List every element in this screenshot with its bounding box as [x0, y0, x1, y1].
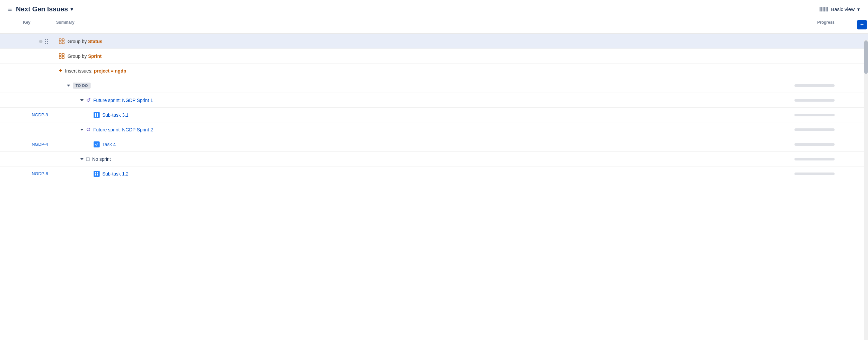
progress-bar	[795, 128, 835, 131]
issue-key-ngdp4[interactable]: NGDP-4	[32, 142, 48, 147]
sprint-icon: ↺	[86, 97, 91, 103]
key-cell	[0, 39, 54, 44]
table-row: NGDP-4 Task 4	[0, 137, 868, 152]
summary-cell: ↺ Future sprint: NGDP Sprint 2	[54, 124, 788, 135]
table-row: Group by Sprint	[0, 49, 868, 64]
progress-cell	[788, 143, 855, 146]
svg-rect-4	[59, 54, 61, 56]
app-container: ≡ Next Gen Issues ▾ ⦀⦀⦀ Basic view ▾ Key…	[0, 0, 868, 181]
issue-summary-ngdp8[interactable]: Sub-task 1.2	[102, 171, 129, 177]
key-cell: NGDP-4	[0, 142, 54, 147]
status-badge: TO DO	[73, 83, 91, 89]
summary-cell: Sub-task 3.1	[54, 109, 788, 121]
summary-cell: □ No sprint	[54, 153, 788, 165]
svg-rect-13	[97, 172, 98, 174]
title-chevron-icon[interactable]: ▾	[70, 6, 73, 12]
list-icon: ≡	[8, 5, 12, 13]
svg-rect-9	[97, 113, 98, 115]
issue-summary-ngdp4[interactable]: Task 4	[102, 142, 116, 147]
header-left: ≡ Next Gen Issues ▾	[8, 5, 73, 13]
table-row: Group by Status	[0, 34, 868, 49]
table-row: ↺ Future sprint: NGDP Sprint 2	[0, 122, 868, 137]
issue-summary-ngdp9[interactable]: Sub-task 3.1	[102, 112, 129, 118]
insert-issues-label[interactable]: Insert issues: project = ngdp	[65, 68, 126, 73]
group-by-icon	[59, 53, 65, 59]
summary-cell: + Insert issues: project = ngdp	[54, 64, 788, 77]
summary-cell: ↺ Future sprint: NGDP Sprint 1	[54, 94, 788, 106]
table-row: ↺ Future sprint: NGDP Sprint 1	[0, 93, 868, 107]
summary-cell: TO DO	[54, 80, 788, 91]
svg-rect-8	[95, 113, 96, 115]
view-icon: ⦀⦀⦀	[819, 5, 828, 13]
progress-cell	[788, 84, 855, 87]
summary-cell: Sub-task 1.2	[54, 168, 788, 180]
progress-cell	[788, 158, 855, 160]
column-header-progress: Progress	[788, 19, 855, 31]
table-row: □ No sprint	[0, 152, 868, 166]
progress-cell	[788, 128, 855, 131]
svg-rect-15	[97, 174, 98, 176]
sprint2-label[interactable]: Future sprint: NGDP Sprint 2	[93, 127, 153, 132]
svg-rect-1	[62, 39, 64, 41]
issue-key-ngdp9[interactable]: NGDP-9	[32, 112, 48, 117]
chevron-down-icon[interactable]	[80, 129, 84, 131]
nosprint-icon: □	[86, 156, 90, 162]
scrollbar-track[interactable]	[864, 40, 868, 340]
subtask-icon	[94, 171, 100, 177]
table-row: TO DO	[0, 78, 868, 93]
summary-cell: Group by Sprint	[54, 51, 788, 62]
nosprint-label: No sprint	[92, 156, 111, 162]
page-title: Next Gen Issues	[16, 5, 68, 13]
group-by-status-label[interactable]: Group by Status	[67, 39, 102, 44]
column-header-add[interactable]: +	[855, 19, 868, 31]
view-switcher[interactable]: ⦀⦀⦀ Basic view ▾	[819, 5, 860, 13]
progress-cell	[788, 114, 855, 116]
svg-rect-3	[62, 42, 64, 44]
scrollbar-thumb[interactable]	[864, 40, 868, 74]
table-row: NGDP-9 Sub-task 3.1	[0, 107, 868, 122]
table-row: NGDP-8 Sub-task 1.2	[0, 166, 868, 181]
progress-cell	[788, 99, 855, 102]
table-row: + Insert issues: project = ngdp	[0, 64, 868, 78]
svg-rect-2	[59, 42, 61, 44]
svg-rect-11	[97, 115, 98, 117]
progress-cell	[788, 173, 855, 175]
view-chevron-icon: ▾	[857, 6, 860, 12]
svg-rect-12	[95, 172, 96, 174]
svg-rect-7	[62, 57, 64, 59]
progress-bar	[795, 84, 835, 87]
group-by-icon	[59, 38, 65, 44]
progress-bar	[795, 173, 835, 175]
svg-rect-14	[95, 174, 96, 176]
subtask-icon	[94, 112, 100, 118]
view-label: Basic view	[831, 6, 855, 12]
header: ≡ Next Gen Issues ▾ ⦀⦀⦀ Basic view ▾	[0, 0, 868, 16]
issues-table: Key Summary Progress +	[0, 16, 868, 181]
key-cell: NGDP-9	[0, 112, 54, 117]
chevron-down-icon[interactable]	[80, 158, 84, 160]
progress-bar	[795, 114, 835, 116]
group-by-sprint-label[interactable]: Group by Sprint	[67, 54, 102, 59]
progress-bar	[795, 99, 835, 102]
chevron-down-icon[interactable]	[67, 85, 70, 87]
dot-icon	[39, 40, 42, 43]
drag-handle-icon[interactable]	[45, 39, 48, 44]
chevron-down-icon[interactable]	[80, 99, 84, 101]
svg-rect-6	[59, 57, 61, 59]
task-icon	[94, 142, 100, 148]
svg-rect-10	[95, 115, 96, 117]
column-header-key: Key	[0, 19, 54, 31]
summary-cell: Task 4	[54, 139, 788, 150]
summary-cell: Group by Status	[54, 36, 788, 47]
sprint1-label[interactable]: Future sprint: NGDP Sprint 1	[93, 98, 153, 103]
issue-key-ngdp8[interactable]: NGDP-8	[32, 171, 48, 176]
add-column-button[interactable]: +	[857, 20, 867, 29]
progress-bar	[795, 143, 835, 146]
insert-plus-icon: +	[59, 67, 62, 74]
svg-rect-5	[62, 54, 64, 56]
progress-bar	[795, 158, 835, 160]
sprint-icon: ↺	[86, 126, 91, 133]
svg-rect-0	[59, 39, 61, 41]
table-header: Key Summary Progress +	[0, 16, 868, 34]
column-header-summary: Summary	[54, 19, 788, 31]
